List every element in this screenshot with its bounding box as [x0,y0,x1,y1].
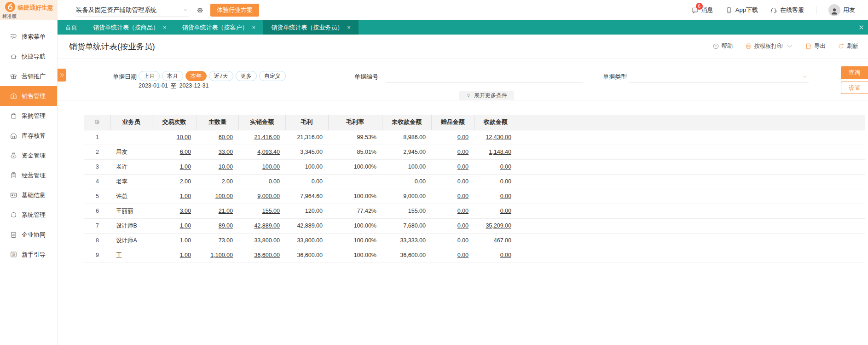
app-download-button[interactable]: App下载 [725,6,758,14]
trial-industry-button[interactable]: 体验行业方案 [210,4,259,17]
column-header[interactable]: 业务员 [110,115,152,130]
help-button[interactable]: 帮助 [712,42,733,50]
drill-down-link[interactable]: 9,000.00 [257,193,280,199]
drill-down-link[interactable]: 0.00 [457,164,469,170]
date-range-pill[interactable]: 本年 [185,71,207,81]
sidebar-item-quick-nav[interactable]: 快捷导航 [0,47,57,66]
collapse-filter-button[interactable] [58,69,66,82]
print-by-template-button[interactable]: 按模板打印 [745,42,793,50]
drill-down-link[interactable]: 60.00 [219,134,233,140]
drill-down-link[interactable]: 21,416.00 [254,134,280,140]
doc-type-select[interactable] [629,70,809,82]
drill-down-link[interactable]: 35,209.00 [486,222,511,229]
column-header[interactable]: 毛利率 [328,115,382,130]
sidebar-item-newbie[interactable]: 新手引导 [0,245,57,264]
date-range-pill[interactable]: 自定义 [259,71,286,81]
drill-down-link[interactable]: 1.00 [180,193,191,199]
drill-down-link[interactable]: 10.00 [177,134,191,140]
drill-down-link[interactable]: 2.00 [222,178,233,185]
drill-down-link[interactable]: 1,148.40 [489,149,511,155]
drill-down-link[interactable]: 89.00 [219,222,233,229]
sidebar-item-operations[interactable]: 经营管理 [0,165,57,185]
drill-down-link[interactable]: 73.00 [219,237,233,244]
sidebar-item-sales[interactable]: 销售管理 [0,86,57,106]
drill-down-link[interactable]: 6.00 [180,149,191,155]
tab-active[interactable]: 销货单统计表（按业务员）× [263,20,359,35]
drill-down-link[interactable]: 0.00 [457,149,469,155]
column-header[interactable]: 主数量 [197,115,238,130]
drill-down-link[interactable]: 0.00 [457,178,469,185]
sidebar-item-funds[interactable]: 资金管理 [0,146,57,165]
drill-down-link[interactable]: 1.00 [180,164,191,170]
online-service-button[interactable]: 在线客服 [770,6,804,14]
sidebar-item-search-menu[interactable]: 搜索菜单 [0,27,57,47]
drill-down-link[interactable]: 0.00 [457,208,469,214]
drill-down-link[interactable]: 0.00 [500,193,511,199]
drill-down-link[interactable]: 100.00 [215,193,233,199]
column-header[interactable]: 赠品金额 [431,115,474,130]
tab-close-icon[interactable]: × [347,24,351,30]
drill-down-link[interactable]: 33.00 [219,149,233,155]
drill-down-link[interactable]: 0.00 [500,164,511,170]
drill-down-link[interactable]: 10.00 [219,164,233,170]
user-menu[interactable]: 用友 [828,4,855,16]
drill-down-link[interactable]: 2.00 [180,178,191,185]
tab-item[interactable]: 销货单统计表（按商品）× [85,20,174,35]
drill-down-link[interactable]: 33,800.00 [254,237,280,244]
tab-item[interactable]: 销货单统计表（按客户）× [174,20,264,35]
sidebar-item-system[interactable]: 系统管理 [0,205,57,225]
drill-down-link[interactable]: 0.00 [457,252,469,258]
messages-button[interactable]: 6 消息 [691,6,713,14]
column-header[interactable]: 实销金额 [238,115,285,130]
date-range-pill[interactable]: 上月 [139,71,160,81]
drill-down-link[interactable]: 0.00 [269,178,280,185]
drill-down-link[interactable]: 0.00 [457,222,469,229]
drill-down-link[interactable]: 1.00 [180,237,191,244]
tab-close-icon[interactable]: × [163,24,167,30]
system-select[interactable]: 装备及固定资产辅助管理系统 [76,3,189,17]
drill-down-link[interactable]: 0.00 [457,237,469,244]
column-header[interactable]: 收款金额 [474,115,517,130]
drill-down-link[interactable]: 3.00 [180,208,191,214]
drill-down-link[interactable]: 0.00 [500,208,511,214]
tab-item[interactable]: 首页 [58,20,85,35]
drill-down-link[interactable]: 21.00 [219,208,233,214]
drill-down-link[interactable]: 1.00 [180,252,191,258]
sidebar-item-enterprise[interactable]: 企业协同 [0,225,57,245]
drill-down-link[interactable]: 0.00 [457,193,469,199]
drill-down-link[interactable]: 467.00 [494,237,511,244]
sidebar-item-marketing[interactable]: 营销推广 [0,66,57,86]
column-header[interactable]: 未收款金额 [382,115,431,130]
doc-no-input[interactable] [386,70,583,82]
drill-down-link[interactable]: 4,093.40 [257,149,280,155]
expand-more-conditions-button[interactable]: 展开更多条件 [459,91,514,100]
refresh-button[interactable]: 刷新 [838,42,858,50]
drill-down-link[interactable]: 0.00 [500,178,511,185]
settings-gear-button[interactable] [196,6,204,14]
drill-down-link[interactable]: 0.00 [457,134,469,140]
drill-down-link[interactable]: 36,600.00 [254,252,280,258]
drill-down-link[interactable]: 0.00 [500,252,511,258]
close-all-tabs-button[interactable] [854,20,868,35]
date-range-pill[interactable]: 近7天 [209,71,233,81]
column-header[interactable]: 毛利 [285,115,328,130]
drill-down-link[interactable]: 100.00 [262,164,280,170]
date-range-pill[interactable]: 本月 [162,71,183,81]
date-range-pill[interactable]: 更多 [236,71,257,81]
table-column-settings[interactable] [84,115,110,130]
tab-close-icon[interactable]: × [252,24,256,30]
date-range-value[interactable]: 2023-01-01 至 2023-12-31 [139,82,208,90]
drill-down-link[interactable]: 1.00 [180,222,191,229]
sidebar-item-purchase[interactable]: 采购管理 [0,106,57,126]
chevron-down-icon[interactable] [786,43,793,50]
sidebar-item-base-info[interactable]: 基础信息 [0,185,57,205]
drill-down-link[interactable]: 155.00 [262,208,280,214]
export-button[interactable]: 导出 [805,42,826,50]
drill-down-link[interactable]: 12,430.00 [486,134,511,140]
column-header[interactable]: 交易次数 [152,115,197,130]
sidebar-item-inventory[interactable]: 库存核算 [0,126,57,146]
drill-down-link[interactable]: 1,100.00 [210,252,233,258]
settings-button[interactable]: 设置 [841,82,868,94]
search-button[interactable]: 查询 [841,66,868,79]
drill-down-link[interactable]: 42,889.00 [254,222,280,229]
